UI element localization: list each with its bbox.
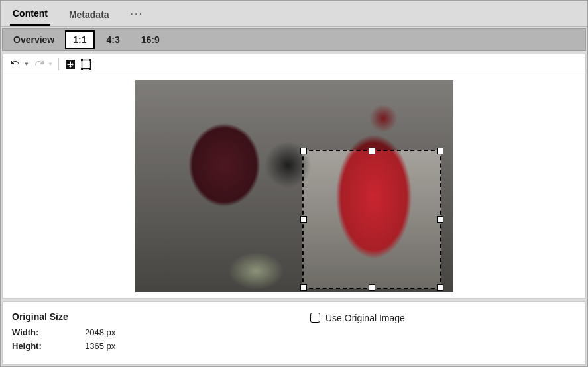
editor-area: ▼ ▼ (2, 54, 586, 299)
crop-handle-ne[interactable] (437, 148, 443, 154)
redo-button[interactable] (32, 57, 46, 72)
image-crop-editor: Content Metadata ··· Overview 1:1 4:3 16… (0, 0, 588, 367)
redo-icon (34, 59, 44, 70)
ratio-16-9[interactable]: 16:9 (132, 30, 169, 49)
svg-rect-5 (89, 68, 91, 70)
use-original-row: Use Original Image (310, 311, 405, 355)
ratio-4-3[interactable]: 4:3 (97, 30, 129, 49)
width-label: Width: (12, 327, 85, 337)
crop-handle-sw[interactable] (300, 284, 307, 291)
main-tabbar: Content Metadata ··· (1, 1, 587, 27)
undo-button[interactable] (8, 57, 23, 72)
crop-handle-se[interactable] (437, 284, 443, 291)
aspect-ratio-bar: Overview 1:1 4:3 16:9 (2, 28, 586, 51)
tab-more-menu[interactable]: ··· (128, 4, 146, 24)
use-original-checkbox[interactable] (310, 313, 320, 323)
use-original-label[interactable]: Use Original Image (325, 313, 405, 323)
move-tool-button[interactable] (63, 57, 78, 72)
crop-handle-e[interactable] (437, 216, 443, 223)
crop-frame-button[interactable] (79, 57, 93, 72)
info-panel: Original Size Width: 2048 px Height: 136… (2, 301, 586, 365)
original-size-title: Original Size (12, 311, 310, 322)
move-icon (65, 59, 76, 70)
crop-handle-n[interactable] (369, 148, 375, 154)
redo-dropdown-caret[interactable]: ▼ (48, 61, 54, 67)
crop-handle-w[interactable] (300, 216, 307, 223)
toolbar-separator (58, 58, 59, 70)
undo-dropdown-caret[interactable]: ▼ (24, 61, 30, 67)
image-holder[interactable] (135, 80, 453, 292)
crop-box[interactable] (302, 150, 441, 289)
crop-frame-icon (81, 59, 91, 70)
tab-content[interactable]: Content (10, 1, 50, 26)
crop-handle-nw[interactable] (300, 148, 307, 154)
svg-rect-2 (81, 59, 83, 61)
svg-rect-3 (89, 59, 91, 61)
height-value: 1365 px (85, 341, 115, 351)
image-canvas (3, 74, 585, 298)
svg-rect-1 (82, 60, 91, 68)
tab-metadata[interactable]: Metadata (66, 3, 112, 25)
original-size-section: Original Size Width: 2048 px Height: 136… (12, 311, 310, 355)
crop-handle-s[interactable] (369, 284, 375, 291)
editor-toolbar: ▼ ▼ (3, 54, 585, 74)
svg-rect-4 (81, 68, 83, 70)
ratio-overview[interactable]: Overview (9, 30, 62, 49)
height-label: Height: (12, 341, 85, 351)
ratio-1-1[interactable]: 1:1 (65, 30, 94, 49)
undo-icon (10, 59, 21, 70)
width-value: 2048 px (85, 327, 115, 337)
